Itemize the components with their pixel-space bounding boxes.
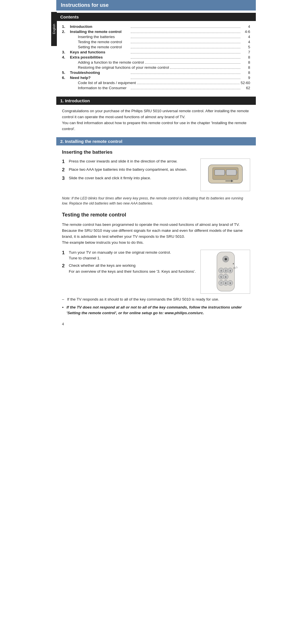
svg-text:3: 3 bbox=[225, 269, 226, 272]
contents-entry: 2.Installing the remote control4-6 bbox=[62, 30, 250, 34]
contents-entry: Setting the remote control5 bbox=[62, 45, 250, 49]
contents-entry-title: Testing the remote control bbox=[70, 40, 130, 44]
remote-svg: ✱ 4 3 4 5 6 7 bbox=[203, 251, 248, 293]
step-text: Turn your TV on manually or use the orig… bbox=[69, 250, 198, 261]
contents-entry: Restoring the original functions of your… bbox=[62, 65, 250, 70]
contents-entry-dots bbox=[131, 79, 240, 79]
step-number: 3 bbox=[62, 175, 69, 182]
introduction-body: Congratulations on your purchase of the … bbox=[56, 107, 256, 135]
testing-steps: 1Turn your TV on manually or use the ori… bbox=[56, 249, 256, 296]
battery-svg bbox=[203, 161, 248, 189]
contents-entry-page: 4 bbox=[242, 40, 250, 44]
dash-symbol: – bbox=[62, 297, 67, 302]
contents-entry-page: 4 bbox=[242, 24, 250, 29]
dash-text: If the TV responds as it should to all o… bbox=[67, 297, 219, 302]
battery-image-container bbox=[200, 159, 250, 191]
contents-entry: 1.Introduction4 bbox=[62, 24, 250, 29]
page-number: 4 bbox=[56, 320, 256, 329]
contents-entry-dots bbox=[131, 74, 240, 74]
svg-text:✱: ✱ bbox=[224, 257, 227, 261]
contents-entry-title: Need help? bbox=[70, 76, 130, 80]
contents-entry-page: 9 bbox=[242, 76, 250, 80]
step-text: Check whether all the keys are workingFo… bbox=[69, 263, 198, 274]
svg-text:8: 8 bbox=[225, 282, 226, 285]
svg-text:4: 4 bbox=[220, 269, 222, 272]
testing-step: 1Turn your TV on manually or use the ori… bbox=[62, 250, 198, 261]
contents-entry-page: 8 bbox=[242, 55, 250, 59]
contents-entry: Adding a function to the remote control8 bbox=[62, 60, 250, 65]
contents-entry-dots bbox=[170, 68, 240, 69]
inserting-step: 2Place two AAA type batteries into the b… bbox=[62, 167, 198, 174]
contents-entry-title: Restoring the original functions of your… bbox=[70, 65, 169, 70]
contents-header: Contents bbox=[56, 13, 256, 21]
contents-entry-title: Troubleshooting bbox=[70, 70, 130, 75]
contents-entry-dots bbox=[131, 33, 240, 33]
contents-entry: 4.Extra possibilities8 bbox=[62, 55, 250, 60]
step-number: 1 bbox=[62, 158, 69, 165]
svg-text:5: 5 bbox=[220, 276, 222, 278]
remote-image: ✱ 4 3 4 5 6 7 bbox=[200, 250, 250, 294]
contents-entry-page: 8 bbox=[242, 65, 250, 70]
contents-entry-page: 52-60 bbox=[241, 81, 250, 85]
contents-entry: Information to the Consumer62 bbox=[62, 86, 250, 90]
inserting-step: 3Slide the cover back and click it firml… bbox=[62, 175, 198, 182]
contents-entry-page: 8 bbox=[242, 70, 250, 75]
svg-text:6: 6 bbox=[225, 276, 226, 278]
svg-rect-2 bbox=[215, 170, 225, 175]
contents-entry-page: 4-6 bbox=[242, 30, 250, 34]
contents-entry-num: 3. bbox=[62, 50, 70, 54]
contents-entry-page: 4 bbox=[242, 35, 250, 39]
contents-entry: 6.Need help?9 bbox=[62, 76, 250, 80]
svg-rect-5 bbox=[236, 171, 237, 174]
installing-header: 2. Installing the remote control bbox=[56, 137, 256, 145]
introduction-header: 1. Introduction bbox=[56, 97, 256, 105]
contents-entry-dots bbox=[131, 53, 240, 53]
inserting-subheader: Inserting the batteries bbox=[62, 149, 250, 155]
svg-text:4: 4 bbox=[229, 269, 231, 272]
contents-entry-title: Introduction bbox=[70, 24, 130, 29]
testing-bullet-item: If the TV does not respond at all or not… bbox=[67, 305, 250, 316]
testing-bullet-list: If the TV does not respond at all or not… bbox=[56, 303, 256, 320]
contents-entry-title: Keys and functions bbox=[70, 50, 130, 54]
svg-text:7: 7 bbox=[220, 282, 222, 285]
contents-entry-dots bbox=[131, 89, 240, 89]
svg-text:9: 9 bbox=[229, 282, 231, 285]
svg-rect-3 bbox=[225, 171, 226, 174]
contents-entry: Testing the remote control4 bbox=[62, 40, 250, 44]
contents-entry: 3.Keys and functions7 bbox=[62, 50, 250, 55]
contents-entry-title: Setting the remote control bbox=[70, 45, 130, 49]
contents-entry-num: 4. bbox=[62, 55, 70, 59]
step-text: Slide the cover back and click it firmly… bbox=[69, 175, 198, 181]
page-header: Instructions for use bbox=[56, 0, 256, 11]
step-text: Place two AAA type batteries into the ba… bbox=[69, 167, 198, 172]
contents-entry-num: 2. bbox=[62, 30, 70, 34]
contents-entry-title: Installing the remote control bbox=[70, 30, 130, 34]
contents-entry-title: Information to the Consumer bbox=[70, 86, 130, 90]
testing-step: 2Check whether all the keys are workingF… bbox=[62, 263, 198, 274]
testing-steps-text: 1Turn your TV on manually or use the ori… bbox=[62, 250, 198, 276]
contents-entry-page: 7 bbox=[242, 50, 250, 54]
contents-table: 1.Introduction42.Installing the remote c… bbox=[56, 23, 256, 94]
remote-image-container: ✱ 4 3 4 5 6 7 bbox=[200, 250, 250, 294]
contents-entry-title: Adding a function to the remote control bbox=[70, 60, 144, 64]
contents-entry-dots bbox=[137, 84, 240, 84]
testing-subheader: Testing the remote control bbox=[62, 212, 250, 218]
contents-entry-dots bbox=[131, 28, 240, 28]
contents-entry-dots bbox=[131, 58, 240, 59]
testing-body: The remote control has been programmed t… bbox=[56, 220, 256, 249]
contents-entry-title: Inserting the batteries bbox=[70, 35, 130, 39]
inserting-steps-text: 1Press the cover inwards and slide it in… bbox=[62, 159, 198, 184]
step-number: 1 bbox=[62, 249, 69, 257]
testing-dash-item: –If the TV responds as it should to all … bbox=[56, 296, 256, 303]
contents-entry: 5.Troubleshooting8 bbox=[62, 70, 250, 75]
contents-entry-dots bbox=[131, 38, 240, 38]
contents-entry-dots bbox=[131, 43, 240, 43]
contents-entry-title: Code list of all brands / equipment bbox=[70, 81, 136, 85]
language-label: English bbox=[52, 24, 56, 34]
contents-entry: Code list of all brands / equipment52-60 bbox=[62, 81, 250, 85]
contents-entry-page: 62 bbox=[242, 86, 250, 90]
inserting-step: 1Press the cover inwards and slide it in… bbox=[62, 159, 198, 165]
contents-entry-title: Extra possibilities bbox=[70, 55, 130, 59]
step-number: 2 bbox=[62, 166, 69, 174]
contents-entry-dots bbox=[131, 48, 240, 48]
